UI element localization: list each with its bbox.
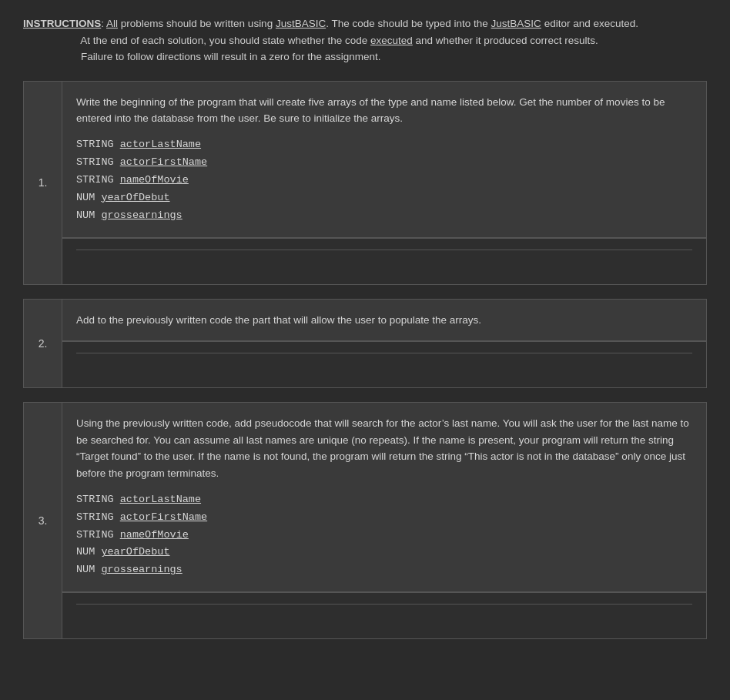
separator-1 <box>76 250 692 250</box>
code-line-5: NUM grossearnings <box>76 207 692 225</box>
page-container: INSTRUCTIONS: All problems should be wri… <box>0 0 730 668</box>
instructions-line1: problems should be written using JustBAS… <box>118 18 638 29</box>
all-underline: All <box>106 18 118 29</box>
code-line-4: NUM yearOfDebut <box>76 189 692 207</box>
separator-2 <box>76 353 692 353</box>
problem-1-number: 1. <box>24 82 62 284</box>
code-line-3-5: NUM grossearnings <box>76 561 692 579</box>
separator-3 <box>76 604 692 605</box>
problem-2-block: 2. Add to the previously written code th… <box>23 299 707 389</box>
problem-2-content: Add to the previously written code the p… <box>62 300 706 388</box>
problem-1-content: Write the beginning of the program that … <box>62 82 706 284</box>
code-line-3-1: STRING actorLastName <box>76 491 692 509</box>
instructions-block: INSTRUCTIONS: All problems should be wri… <box>23 15 707 65</box>
problem-2-answer-area <box>62 341 706 387</box>
code-line-1: STRING actorLastName <box>76 136 692 154</box>
problem-3-block: 3. Using the previously written code, ad… <box>23 402 707 639</box>
problem-1-code-list: STRING actorLastName STRING actorFirstNa… <box>76 136 692 225</box>
instructions-label: INSTRUCTIONS <box>23 18 101 29</box>
instructions-line2: At the end of each solution, you should … <box>23 35 598 46</box>
code-line-3-4: NUM yearOfDebut <box>76 544 692 561</box>
problem-3-description: Using the previously written code, add p… <box>62 403 706 592</box>
problem-3-content: Using the previously written code, add p… <box>62 403 706 638</box>
problem-1-description: Write the beginning of the program that … <box>62 82 706 238</box>
problem-3-code-list: STRING actorLastName STRING actorFirstNa… <box>76 491 692 580</box>
problem-3-answer-area <box>62 592 706 638</box>
problem-2-description: Add to the previously written code the p… <box>62 300 706 342</box>
problem-3-number: 3. <box>24 403 62 638</box>
code-line-3-3: STRING nameOfMovie <box>76 527 692 544</box>
problem-1-answer-area <box>62 238 706 284</box>
code-line-2: STRING actorFirstName <box>76 154 692 172</box>
instructions-colon: : <box>101 18 106 29</box>
code-line-3: STRING nameOfMovie <box>76 172 692 189</box>
problem-2-number: 2. <box>24 300 62 388</box>
instructions-line3: Failure to follow directions will result… <box>23 51 380 62</box>
problem-1-block: 1. Write the beginning of the program th… <box>23 81 707 285</box>
code-line-3-2: STRING actorFirstName <box>76 509 692 527</box>
